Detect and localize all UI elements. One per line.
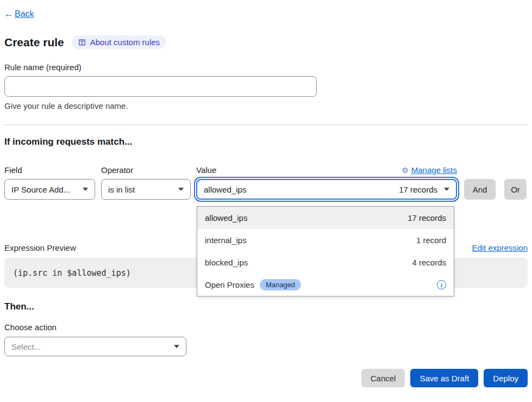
then-section-heading: Then... <box>4 301 528 312</box>
list-item-records: 1 record <box>416 236 446 245</box>
value-label: Value <box>196 165 216 175</box>
back-arrow-icon: ← <box>4 9 14 20</box>
value-select-name: allowed_ips <box>204 185 399 194</box>
cancel-button[interactable]: Cancel <box>361 369 405 387</box>
section-divider <box>4 125 528 125</box>
managed-badge: Managed <box>260 279 301 290</box>
chevron-down-icon <box>174 345 179 348</box>
chevron-down-icon <box>444 188 449 191</box>
rule-name-helper: Give your rule a descriptive name. <box>4 101 528 110</box>
title-row: Create rule About custom rules <box>4 35 528 49</box>
action-select-placeholder: Select... <box>11 342 41 351</box>
list-item-records: 17 records <box>408 213 446 222</box>
condition-labels-row: Field Operator Value ⚙ Manage lists <box>4 165 528 175</box>
deploy-button[interactable]: Deploy <box>484 369 528 387</box>
manage-lists-label: Manage lists <box>411 165 457 175</box>
operator-select-value: is in list <box>108 185 135 194</box>
back-link[interactable]: ← Back <box>4 9 34 20</box>
save-as-draft-button[interactable]: Save as Draft <box>410 369 478 387</box>
and-button[interactable]: And <box>464 179 496 200</box>
list-item-internal-ips[interactable]: internal_ips 1 record <box>197 229 454 251</box>
rule-name-input[interactable] <box>4 76 317 97</box>
expression-preview-label: Expression Preview <box>4 243 76 252</box>
choose-action-label: Choose action <box>4 323 528 332</box>
chevron-down-icon <box>83 188 88 191</box>
list-item-name: blocked_ips <box>205 258 248 267</box>
about-badge-label: About custom rules <box>90 38 160 47</box>
about-custom-rules-link[interactable]: About custom rules <box>72 35 166 49</box>
operator-label: Operator <box>101 165 191 175</box>
action-select[interactable]: Select... <box>4 337 186 356</box>
list-item-allowed-ips[interactable]: allowed_ips 17 records <box>197 207 454 229</box>
or-button[interactable]: Or <box>504 179 527 200</box>
match-section-heading: If incoming requests match... <box>4 137 528 147</box>
info-icon[interactable]: i <box>437 280 446 289</box>
value-select[interactable]: allowed_ips 17 records <box>196 179 457 200</box>
book-icon <box>78 39 86 46</box>
gear-icon: ⚙ <box>402 166 409 175</box>
field-select-value: IP Source Add... <box>11 185 70 194</box>
value-select-records: 17 records <box>399 185 437 194</box>
back-link-label: Back <box>15 9 34 19</box>
expression-code: (ip.src in $allowed_ips) <box>13 268 131 278</box>
chevron-down-icon <box>178 188 184 191</box>
value-dropdown-panel: allowed_ips 17 records internal_ips 1 re… <box>197 206 454 296</box>
footer-actions: Cancel Save as Draft Deploy <box>4 369 528 387</box>
list-item-name: Open Proxies <box>205 280 254 289</box>
create-rule-page: ← Back Create rule About custom rules Ru… <box>0 0 532 387</box>
page-title: Create rule <box>4 36 64 49</box>
condition-selects-row: IP Source Add... is in list allowed_ips … <box>4 179 528 200</box>
field-select[interactable]: IP Source Add... <box>4 179 95 200</box>
list-item-name: allowed_ips <box>205 213 247 222</box>
list-item-blocked-ips[interactable]: blocked_ips 4 records <box>197 251 454 274</box>
list-item-records: 4 records <box>412 258 446 267</box>
edit-expression-link[interactable]: Edit expression <box>472 243 528 252</box>
list-item-open-proxies[interactable]: Open Proxies Managed i <box>197 274 454 296</box>
rule-name-label: Rule name (required) <box>4 63 528 72</box>
list-item-name: internal_ips <box>205 236 247 245</box>
field-label: Field <box>4 165 95 175</box>
manage-lists-link[interactable]: ⚙ Manage lists <box>402 165 457 175</box>
operator-select[interactable]: is in list <box>101 179 191 200</box>
